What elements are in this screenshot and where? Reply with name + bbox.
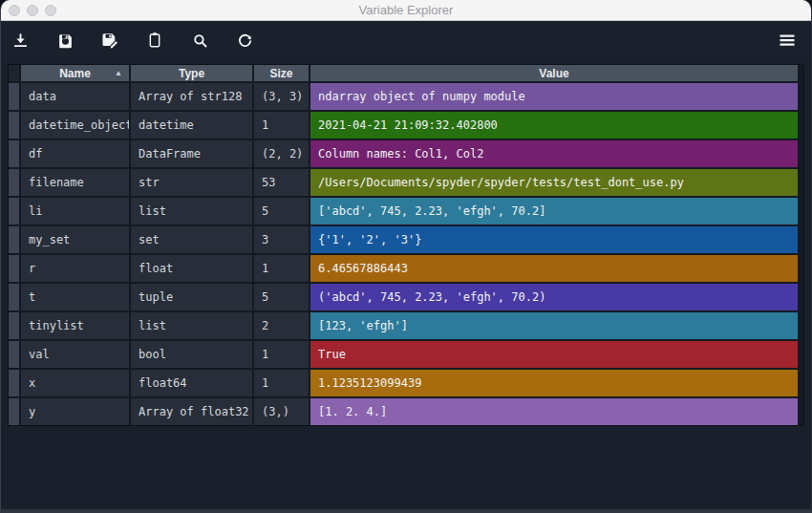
row-gutter[interactable] xyxy=(9,370,19,396)
value-cell[interactable]: {'1', '2', '3'} xyxy=(310,226,798,253)
refresh-icon xyxy=(237,32,253,49)
column-header-size-label: Size xyxy=(269,67,292,80)
size-cell[interactable]: (3,) xyxy=(254,398,309,425)
value-cell[interactable]: /Users/Documents/spyder/spyder/tests/tes… xyxy=(310,169,798,196)
row-gutter[interactable] xyxy=(9,198,19,224)
row-gutter[interactable] xyxy=(9,312,19,339)
size-cell[interactable]: 1 xyxy=(254,341,309,368)
size-cell[interactable]: 53 xyxy=(254,169,309,196)
row-gutter[interactable] xyxy=(9,112,19,139)
size-cell[interactable]: 1 xyxy=(254,370,309,396)
row-gutter[interactable] xyxy=(9,226,19,253)
type-cell[interactable]: float xyxy=(131,255,252,282)
size-cell[interactable]: 5 xyxy=(254,198,309,224)
size-cell[interactable]: 1 xyxy=(254,255,309,282)
name-cell[interactable]: data xyxy=(21,83,129,110)
type-cell[interactable]: DataFrame xyxy=(131,140,252,167)
row-gutter[interactable] xyxy=(9,398,19,425)
table-grid: Name ▲ Type Size Value data Array of str… xyxy=(9,65,798,425)
row-gutter[interactable] xyxy=(9,341,19,368)
corner-header[interactable] xyxy=(9,65,19,81)
name-cell[interactable]: datetime_object xyxy=(21,112,129,139)
type-cell[interactable]: Array of float32 xyxy=(131,398,252,425)
options-menu-button[interactable] xyxy=(773,26,801,54)
import-icon xyxy=(12,32,29,49)
type-cell[interactable]: bool xyxy=(131,341,252,368)
type-cell[interactable]: set xyxy=(131,226,252,253)
paste-data-button[interactable] xyxy=(140,26,169,54)
size-cell[interactable]: 5 xyxy=(254,284,309,310)
close-button[interactable] xyxy=(9,5,20,16)
table-area: Name ▲ Type Size Value data Array of str… xyxy=(1,59,811,509)
value-cell[interactable]: ('abcd', 745, 2.23, 'efgh', 70.2) xyxy=(310,284,798,310)
name-cell[interactable]: filename xyxy=(21,169,129,196)
save-data-as-button[interactable] xyxy=(96,26,124,54)
row-gutter[interactable] xyxy=(9,140,19,167)
size-cell[interactable]: 3 xyxy=(254,226,309,253)
row-gutter[interactable] xyxy=(9,284,19,310)
value-cell[interactable]: [1. 2. 4.] xyxy=(310,398,798,425)
minimize-button[interactable] xyxy=(27,5,38,16)
name-cell[interactable]: x xyxy=(21,370,129,396)
size-cell[interactable]: (2, 2) xyxy=(254,140,309,167)
refresh-button[interactable] xyxy=(230,26,259,54)
column-header-name-label: Name xyxy=(59,67,91,80)
column-header-name[interactable]: Name ▲ xyxy=(21,65,129,81)
type-cell[interactable]: datetime xyxy=(131,112,252,139)
name-cell[interactable]: t xyxy=(21,284,129,310)
import-data-button[interactable] xyxy=(6,26,34,54)
name-cell[interactable]: y xyxy=(21,398,129,425)
value-cell[interactable]: ndarray object of numpy module xyxy=(310,83,798,110)
type-cell[interactable]: float64 xyxy=(131,370,252,396)
column-header-type[interactable]: Type xyxy=(131,65,252,81)
name-cell[interactable]: r xyxy=(21,255,129,282)
size-cell[interactable]: 1 xyxy=(254,112,309,139)
value-cell[interactable]: 6.46567886443 xyxy=(310,255,798,282)
variable-explorer-window: Variable Explorer xyxy=(0,0,812,513)
type-cell[interactable]: tuple xyxy=(131,284,252,310)
row-gutter[interactable] xyxy=(9,169,19,196)
column-header-type-label: Type xyxy=(179,67,204,80)
zoom-button[interactable] xyxy=(45,5,56,16)
variable-table: Name ▲ Type Size Value data Array of str… xyxy=(8,64,804,426)
name-cell[interactable]: tinylist xyxy=(21,312,129,339)
traffic-lights xyxy=(9,5,56,16)
name-cell[interactable]: my_set xyxy=(21,226,129,253)
save-icon xyxy=(57,32,74,49)
row-gutter[interactable] xyxy=(9,83,19,110)
type-cell[interactable]: str xyxy=(131,169,252,196)
search-button[interactable] xyxy=(185,26,214,54)
name-cell[interactable]: df xyxy=(21,140,129,167)
save-data-button[interactable] xyxy=(51,26,79,54)
column-header-value-label: Value xyxy=(539,67,568,80)
paste-icon xyxy=(147,32,162,49)
value-cell[interactable]: Column names: Col1, Col2 xyxy=(310,140,798,167)
column-header-value[interactable]: Value xyxy=(310,65,798,81)
name-cell[interactable]: li xyxy=(21,198,129,224)
row-gutter[interactable] xyxy=(9,255,19,282)
search-icon xyxy=(192,32,208,49)
titlebar: Variable Explorer xyxy=(1,0,811,21)
value-cell[interactable]: ['abcd', 745, 2.23, 'efgh', 70.2] xyxy=(310,198,798,224)
hamburger-icon xyxy=(779,33,796,47)
type-cell[interactable]: list xyxy=(131,198,252,224)
value-cell[interactable]: [123, 'efgh'] xyxy=(310,312,798,339)
name-cell[interactable]: val xyxy=(21,341,129,368)
value-cell[interactable]: 1.1235123099439 xyxy=(310,370,798,396)
size-cell[interactable]: 2 xyxy=(254,312,309,339)
type-cell[interactable]: Array of str128 xyxy=(131,83,252,110)
size-cell[interactable]: (3, 3) xyxy=(254,83,309,110)
column-header-size[interactable]: Size xyxy=(254,65,309,81)
sort-asc-icon: ▲ xyxy=(115,69,122,77)
value-cell[interactable]: True xyxy=(310,341,798,368)
window-title: Variable Explorer xyxy=(1,3,811,17)
type-cell[interactable]: list xyxy=(131,312,252,339)
toolbar xyxy=(1,21,811,59)
value-cell[interactable]: 2021-04-21 21:09:32.402800 xyxy=(310,112,798,139)
save-as-icon xyxy=(101,32,118,49)
